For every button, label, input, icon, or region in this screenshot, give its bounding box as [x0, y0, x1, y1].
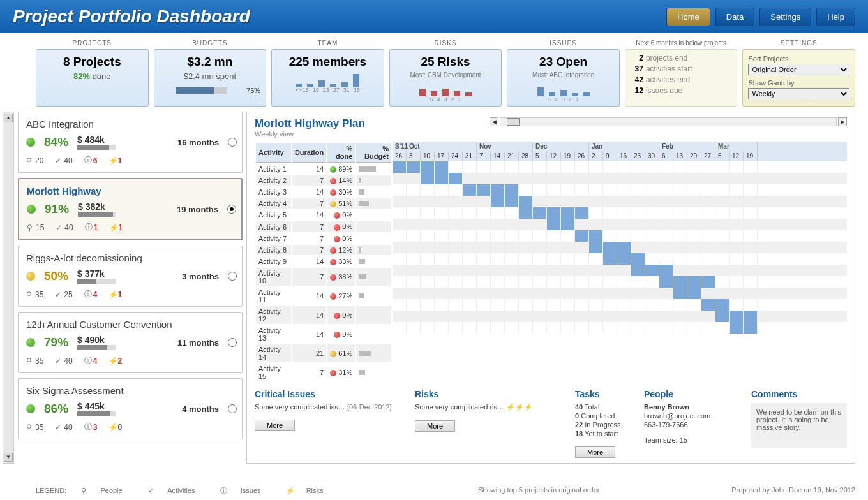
activity-row: Activity 914 33% [256, 256, 391, 267]
risks-more-button[interactable]: More [415, 420, 455, 432]
footer: LEGEND: ⚲ People ✓ Activities ⓘ Issues ⚡… [36, 482, 855, 499]
project-card[interactable]: Riggs-A-lot decomissioning 50% $ 377k 3 … [18, 246, 243, 307]
tasks-section: Tasks 40 Total 0 Completed 22 In Progres… [575, 389, 632, 458]
projects-card[interactable]: 8 Projects 82% done [36, 49, 149, 107]
project-radio[interactable] [228, 404, 237, 413]
activity-row: Activity 114 89% [256, 164, 391, 174]
budgets-value: $3.2 mn [160, 55, 261, 69]
project-radio[interactable] [228, 338, 237, 347]
gantt-row [393, 219, 847, 230]
activity-row: Activity 77 0% [256, 233, 391, 244]
project-budget: $ 484k [77, 135, 116, 145]
project-card[interactable]: 12th Annual Customer Convention 79% $ 49… [18, 312, 243, 373]
risks-label: RISKS [389, 40, 502, 47]
status-dot [27, 205, 36, 214]
project-card[interactable]: Six Sigma Assessment 86% $ 445k 4 months… [18, 378, 243, 439]
legend-label: LEGEND: [36, 487, 66, 494]
gantt-row [393, 230, 847, 242]
gantt-row [393, 276, 847, 288]
project-name: Riggs-A-lot decomissioning [26, 253, 234, 263]
issues-stat: ⓘ6 [84, 155, 98, 166]
budget-bar [78, 212, 116, 217]
people-stat: ⚲35 [26, 422, 43, 432]
gantt-row [393, 322, 847, 334]
project-radio[interactable] [228, 138, 237, 147]
project-scrollbar[interactable]: ▲ ▼ [3, 112, 14, 464]
timeline-slider[interactable]: ◀ ▶ [490, 117, 847, 126]
activity-row: Activity 314 30% [256, 187, 391, 197]
col-budget: % Budget [356, 143, 391, 163]
gantt-row [393, 299, 847, 311]
project-name: 12th Annual Customer Convention [26, 319, 234, 330]
status-dot [26, 404, 35, 413]
nav-home[interactable]: Home [666, 8, 710, 26]
gantt-row [393, 242, 847, 253]
risks-chart [395, 81, 497, 96]
project-name: ABC Integration [26, 119, 234, 129]
acts-stat: ✓40 [55, 422, 72, 432]
budget-bar [176, 87, 227, 94]
slider-thumb[interactable] [507, 118, 520, 126]
budgets-card[interactable]: $3.2 mn $2.4 mn spent 75% [154, 49, 267, 107]
acts-stat: ✓40 [55, 355, 72, 366]
nav-help[interactable]: Help [816, 8, 855, 26]
gantt-row [393, 207, 847, 219]
project-card[interactable]: ABC Integration 84% $ 484k 16 months ⚲20… [18, 112, 243, 173]
status-dot [26, 338, 35, 347]
project-pct: 50% [44, 269, 68, 283]
sort-select[interactable]: Original Order [748, 64, 849, 75]
nav-data[interactable]: Data [715, 8, 754, 26]
nav-settings[interactable]: Settings [760, 8, 811, 26]
activity-table: Activity Duration % done % Budget Activi… [255, 142, 393, 383]
settings-card: Sort Projects Original Order Show Gantt … [742, 49, 855, 107]
activity-row: Activity 107 38% [256, 268, 391, 286]
people-stat: ⚲35 [26, 289, 43, 300]
activity-row: Activity 514 0% [256, 210, 391, 220]
col-duration: Duration [292, 143, 326, 163]
comment-box: We need to be clam on this project. It i… [751, 403, 847, 448]
project-budget: $ 490k [77, 335, 116, 345]
next-label: Next 6 monhts in below projects [625, 40, 738, 47]
activity-row: Activity 27 14% [256, 175, 391, 186]
col-activity: Activity [256, 143, 291, 163]
issues-card[interactable]: 23 Open Most: ABC Integration 54321 [507, 49, 620, 107]
gantt-label: Show Gantt by [748, 79, 849, 87]
project-card[interactable]: Morlott Highway 91% $ 382k 19 months ⚲15… [18, 178, 243, 240]
footer-center: Showing top 5 projects in original order [478, 486, 599, 496]
gantt-chart: S'11OctNovDecJanFebMar 26310172431714212… [393, 142, 847, 383]
project-pct: 79% [44, 335, 68, 349]
gantt-select[interactable]: Weekly [748, 88, 849, 99]
status-dot [26, 138, 35, 147]
settings-label: SETTINGS [742, 40, 855, 47]
scroll-down-icon[interactable]: ▼ [4, 453, 13, 462]
budget-bar [77, 411, 116, 416]
projects-pct: 82% [73, 71, 90, 81]
project-radio[interactable] [227, 205, 236, 214]
critical-more-button[interactable]: More [255, 420, 295, 431]
risks-stat: ⚡0 [108, 422, 122, 432]
app-title: Project Portfolio Dashboard [13, 6, 250, 27]
team-chart [277, 71, 378, 87]
budgets-spent: $2.4 mn spent [160, 71, 261, 81]
project-radio[interactable] [228, 272, 237, 281]
gantt-row [393, 288, 847, 299]
slider-right-icon[interactable]: ▶ [838, 117, 847, 126]
projects-value: 8 Projects [41, 55, 143, 69]
project-budget: $ 377k [77, 268, 116, 279]
project-duration: 3 months [182, 272, 219, 281]
issues-stat: ⓘ3 [84, 422, 98, 432]
detail-panel: Morlott Highway Plan Weekly view ◀ ▶ Act… [246, 112, 855, 464]
team-card[interactable]: 225 members <=151923273135 [271, 49, 384, 107]
risks-card[interactable]: 25 Risks Most: CBM Development 54321 [389, 49, 502, 107]
issues-stat: ⓘ1 [85, 222, 98, 233]
person-icon: ⚲ [80, 487, 87, 495]
slider-left-icon[interactable]: ◀ [490, 117, 498, 126]
tasks-more-button[interactable]: More [575, 446, 615, 458]
acts-stat: ✓40 [56, 222, 73, 233]
project-duration: 11 months [177, 338, 219, 348]
scroll-up-icon[interactable]: ▲ [4, 114, 13, 122]
issues-label: ISSUES [507, 40, 620, 47]
people-stat: ⚲15 [27, 222, 44, 233]
project-budget: $ 445k [77, 401, 116, 411]
slider-track[interactable] [500, 117, 837, 126]
